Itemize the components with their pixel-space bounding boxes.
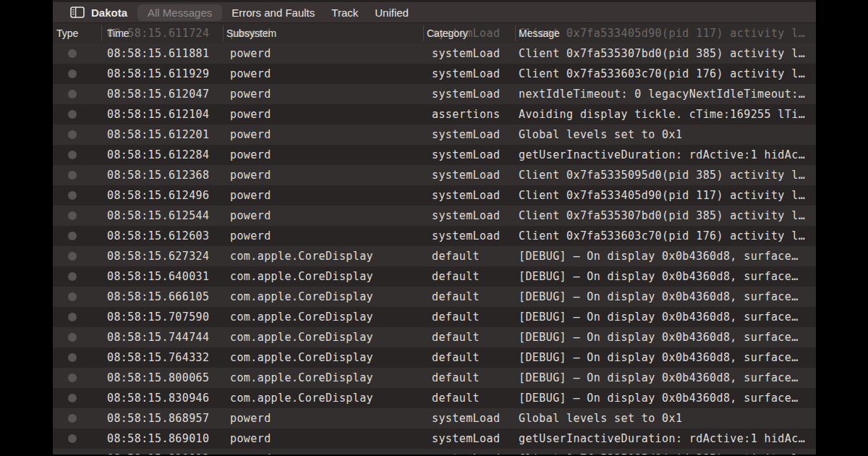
tab-errors-and-faults[interactable]: Errors and Faults (231, 7, 315, 19)
table-row[interactable]: 08:58:15.868957powerdsystemLoadGlobal le… (53, 408, 816, 428)
category-cell: default (432, 307, 480, 327)
column-divider[interactable] (423, 25, 424, 41)
column-header-message[interactable]: Message (519, 23, 560, 43)
log-level-dot-icon (68, 292, 77, 301)
subsystem-cell: powerd (230, 43, 271, 64)
time-cell: 08:58:15.612544 (107, 206, 209, 226)
column-header-subsystem[interactable]: Subsystem (226, 23, 276, 43)
table-row[interactable]: 08:58:15.611929powerdsystemLoadClient 0x… (53, 64, 816, 84)
subsystem-cell: powerd (230, 84, 271, 104)
sidebar-toggle-icon[interactable] (70, 7, 85, 18)
message-cell: getUserInactiveDuration: rdActive:1 hidA… (519, 145, 814, 165)
time-cell: 08:58:15.868957 (107, 408, 209, 428)
time-cell: 08:58:15.640031 (107, 266, 209, 287)
category-cell: default (432, 266, 480, 287)
log-level-dot-icon (68, 110, 77, 119)
table-row[interactable]: 08:58:15.612603powerdsystemLoadClient 0x… (53, 226, 816, 246)
table-row[interactable]: 08:58:15.612047powerdsystemLoadnextIdleT… (53, 84, 816, 104)
table-row[interactable]: 08:58:15.612368powerdsystemLoadClient 0x… (53, 165, 816, 185)
message-cell: [DEBUG] – On display 0x0b4360d8, surface… (519, 246, 814, 266)
subsystem-cell: powerd (230, 449, 271, 455)
table-row[interactable]: 08:58:15.666105com.apple.CoreDisplaydefa… (53, 287, 816, 307)
log-rows: 08:58:15.611724powerdsystemLoadClient 0x… (53, 23, 816, 455)
message-cell: Client 0x7fa533405d90(pid 117) activity … (519, 185, 814, 206)
tab-unified[interactable]: Unified (375, 7, 409, 19)
tab-track[interactable]: Track (331, 7, 358, 19)
category-cell: systemLoad (432, 84, 500, 104)
table-row[interactable]: 08:58:15.764332com.apple.CoreDisplaydefa… (53, 347, 816, 368)
subsystem-cell: com.apple.CoreDisplay (230, 388, 373, 408)
table-row[interactable]: 08:58:15.612104powerdassertionsAvoiding … (53, 104, 816, 124)
table-row[interactable]: 08:58:15.612201powerdsystemLoadGlobal le… (53, 124, 816, 145)
column-divider[interactable] (515, 25, 516, 41)
category-cell: systemLoad (432, 449, 500, 455)
message-cell: getUserInactiveDuration: rdActive:1 hidA… (519, 428, 814, 449)
column-divider[interactable] (223, 25, 224, 41)
category-cell: assertions (432, 104, 500, 124)
subsystem-cell: powerd (230, 185, 271, 206)
time-cell: 08:58:15.869010 (107, 428, 209, 449)
subsystem-cell: powerd (230, 206, 271, 226)
category-cell: systemLoad (432, 206, 500, 226)
message-cell: Client 0x7fa535307bd0(pid 385) activity … (519, 43, 814, 64)
message-cell: Global levels set to 0x1 (519, 124, 814, 145)
category-cell: systemLoad (432, 185, 500, 206)
category-cell: default (432, 327, 480, 347)
message-cell: [DEBUG] – On display 0x0b4360d8, surface… (519, 287, 814, 307)
column-header-category[interactable]: Category (427, 23, 468, 43)
table-row[interactable]: 08:58:15.611881powerdsystemLoadClient 0x… (53, 43, 816, 64)
log-level-dot-icon (68, 211, 77, 220)
category-cell: systemLoad (432, 64, 500, 84)
subsystem-cell: powerd (230, 124, 271, 145)
time-cell: 08:58:15.830946 (107, 388, 209, 408)
time-cell: 08:58:15.910912 (107, 449, 209, 455)
category-cell: systemLoad (432, 408, 500, 428)
time-cell: 08:58:15.707590 (107, 307, 209, 327)
message-cell: nextIdleTimeout: 0 legacyNextIdleTimeout… (519, 84, 814, 104)
message-cell: Client 0x7fa533603c70(pid 176) activity … (519, 226, 814, 246)
table-row[interactable]: 08:58:15.627324com.apple.CoreDisplaydefa… (53, 246, 816, 266)
tab-all-messages[interactable]: All Messages (137, 4, 222, 21)
message-cell: [DEBUG] – On display 0x0b4360d8, surface… (519, 388, 814, 408)
category-cell: default (432, 287, 480, 307)
table-header: Type Time Subsystem Category Message (53, 23, 816, 43)
time-cell: 08:58:15.744744 (107, 327, 209, 347)
log-level-dot-icon (68, 69, 77, 78)
message-cell: Client 0x7fa535307bd0(pid 385) activity … (519, 206, 814, 226)
table-row[interactable]: 08:58:15.800065com.apple.CoreDisplaydefa… (53, 368, 816, 388)
table-row[interactable]: 08:58:15.707590com.apple.CoreDisplaydefa… (53, 307, 816, 327)
log-level-dot-icon (68, 434, 77, 443)
column-divider[interactable] (101, 25, 102, 41)
log-level-dot-icon (68, 130, 77, 139)
message-cell: Global levels set to 0x1 (519, 408, 814, 428)
table-row[interactable]: 08:58:15.744744com.apple.CoreDisplaydefa… (53, 327, 816, 347)
column-header-type[interactable]: Type (56, 23, 78, 43)
table-row[interactable]: 08:58:15.830946com.apple.CoreDisplaydefa… (53, 388, 816, 408)
message-cell: Client 0x7fa5335095d0(pid 385) activity … (519, 165, 814, 185)
table-row[interactable]: 08:58:15.612496powerdsystemLoadClient 0x… (53, 185, 816, 206)
console-window: Dakota All Messages Errors and Faults Tr… (53, 0, 816, 455)
table-row[interactable]: 08:58:15.612544powerdsystemLoadClient 0x… (53, 206, 816, 226)
subsystem-cell: powerd (230, 64, 271, 84)
table-row[interactable]: 08:58:15.910912powerdsystemLoadClient 0x… (53, 449, 816, 455)
subsystem-cell: com.apple.CoreDisplay (230, 347, 373, 368)
subsystem-cell: powerd (230, 226, 271, 246)
subsystem-cell: powerd (230, 104, 271, 124)
subsystem-cell: com.apple.CoreDisplay (230, 266, 373, 287)
subsystem-cell: com.apple.CoreDisplay (230, 287, 373, 307)
table-row[interactable]: 08:58:15.869010powerdsystemLoadgetUserIn… (53, 428, 816, 449)
category-cell: systemLoad (432, 124, 500, 145)
message-cell: [DEBUG] – On display 0x0b4360d8, surface… (519, 368, 814, 388)
toolbar-tabs: Errors and Faults Track Unified (231, 7, 409, 19)
category-cell: systemLoad (432, 165, 500, 185)
time-cell: 08:58:15.612284 (107, 145, 209, 165)
subsystem-cell: powerd (230, 408, 271, 428)
time-cell: 08:58:15.612201 (107, 124, 209, 145)
subsystem-cell: com.apple.CoreDisplay (230, 307, 373, 327)
message-cell: [DEBUG] – On display 0x0b4360d8, surface… (519, 307, 814, 327)
toolbar: Dakota All Messages Errors and Faults Tr… (53, 0, 816, 23)
table-row[interactable]: 08:58:15.640031com.apple.CoreDisplaydefa… (53, 266, 816, 287)
column-header-time[interactable]: Time (107, 23, 129, 43)
table-row[interactable]: 08:58:15.612284powerdsystemLoadgetUserIn… (53, 145, 816, 165)
subsystem-cell: powerd (230, 145, 271, 165)
